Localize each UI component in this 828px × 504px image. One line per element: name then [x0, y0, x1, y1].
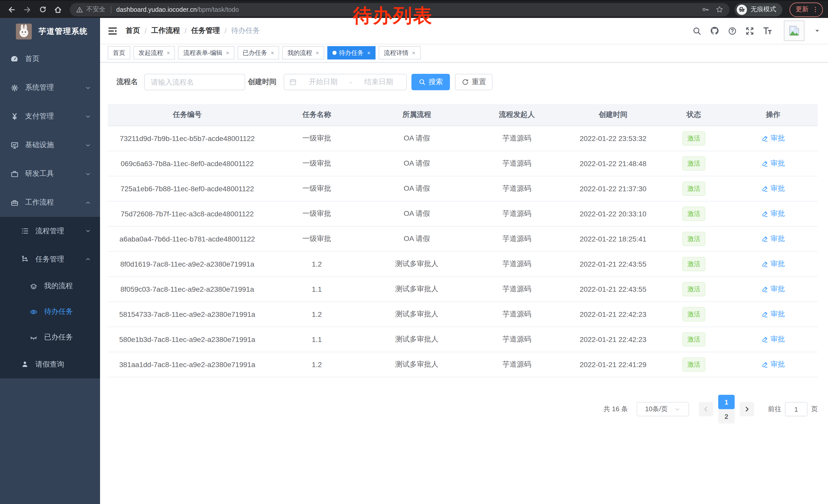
- approve-link[interactable]: 审批: [761, 209, 785, 218]
- tab[interactable]: 已办任务×: [238, 46, 279, 59]
- approve-link[interactable]: 审批: [761, 360, 785, 369]
- edit-icon: [761, 261, 769, 268]
- user-menu-caret-icon[interactable]: [814, 28, 820, 34]
- approve-link[interactable]: 审批: [761, 335, 785, 344]
- sidebar-item-label: 待办任务: [44, 307, 73, 316]
- fullscreen-icon[interactable]: [745, 27, 754, 35]
- screen: 不安全 dashboard.yudao.iocoder.cn /bpm/task…: [0, 0, 828, 504]
- home-icon: [54, 5, 62, 13]
- sidebar-item[interactable]: 已办任务: [0, 325, 100, 350]
- browser-forward-icon[interactable]: [20, 3, 34, 16]
- tab-close-icon[interactable]: ×: [271, 50, 274, 56]
- breadcrumb-item[interactable]: 工作流程: [151, 26, 180, 35]
- tab-active[interactable]: 待办任务×: [327, 46, 376, 59]
- goto-unit: 页: [811, 405, 818, 414]
- browser-update-button[interactable]: 更新: [790, 2, 823, 17]
- tab-close-icon[interactable]: ×: [316, 50, 319, 56]
- date-range-separator: -: [349, 78, 352, 86]
- github-icon[interactable]: [710, 26, 719, 35]
- sidebar-item-label: 任务管理: [35, 255, 64, 264]
- sidebar-item[interactable]: 系统管理: [0, 73, 100, 102]
- approve-link[interactable]: 审批: [761, 284, 785, 294]
- table-cell: 芋道源码: [467, 310, 567, 319]
- sidebar-collapse-icon[interactable]: [108, 26, 118, 36]
- tab-close-icon[interactable]: ×: [412, 50, 415, 56]
- chevron-up-icon: [85, 256, 91, 263]
- key-icon[interactable]: [702, 6, 709, 13]
- warning-icon: [76, 6, 83, 13]
- chevron-down-icon: [85, 84, 91, 91]
- approve-link[interactable]: 审批: [761, 159, 785, 168]
- approve-link[interactable]: 审批: [761, 260, 785, 269]
- page-number-active[interactable]: 1: [718, 395, 735, 409]
- table-cell: 2022-01-22 21:48:48: [567, 159, 659, 168]
- sidebar-item[interactable]: 首页: [0, 45, 100, 73]
- approve-label: 审批: [771, 159, 785, 168]
- sidebar-item[interactable]: 请假查询: [0, 350, 100, 378]
- tab[interactable]: 流程详情×: [379, 46, 420, 59]
- browser-back-icon[interactable]: [5, 3, 18, 16]
- bookmark-star-icon[interactable]: [716, 6, 723, 13]
- approve-link[interactable]: 审批: [761, 184, 785, 193]
- breadcrumb-item[interactable]: 任务管理: [191, 26, 220, 35]
- sidebar-item[interactable]: 流程管理: [0, 217, 100, 245]
- table-cell-status: 激活: [659, 332, 729, 347]
- search-button[interactable]: 搜索: [411, 74, 450, 90]
- sidebar-item[interactable]: 待办任务: [0, 299, 100, 325]
- approve-link[interactable]: 审批: [761, 134, 785, 143]
- approve-label: 审批: [771, 310, 785, 319]
- approve-link[interactable]: 审批: [761, 234, 785, 243]
- tab[interactable]: 我的流程×: [282, 46, 324, 59]
- sidebar-item[interactable]: 任务管理: [0, 245, 100, 273]
- table-cell: 一级审批: [267, 159, 367, 168]
- table-cell: 一级审批: [267, 209, 367, 218]
- sidebar-item-label: 基础设施: [25, 140, 54, 150]
- sidebar-logo[interactable]: 芋道管理系统: [0, 18, 100, 45]
- tab-close-icon[interactable]: ×: [367, 50, 371, 56]
- table-cell: 381aa1dd-7ac8-11ec-a9e2-a2380e71991a: [108, 360, 267, 369]
- sidebar-item[interactable]: 我的流程: [0, 273, 100, 299]
- sidebar-item[interactable]: 支付管理: [0, 102, 100, 131]
- help-icon[interactable]: [728, 27, 737, 35]
- table-cell: 2022-01-22 18:25:41: [567, 235, 659, 243]
- prev-page-button[interactable]: [699, 402, 713, 416]
- approve-link[interactable]: 审批: [761, 310, 785, 319]
- page-size-select[interactable]: 10条/页: [637, 402, 689, 416]
- browser-reload-icon[interactable]: [36, 3, 49, 16]
- page-number[interactable]: 2: [718, 409, 735, 423]
- font-size-icon[interactable]: [763, 26, 772, 35]
- browser-home-icon[interactable]: [51, 3, 65, 16]
- table-cell-status: 激活: [659, 182, 729, 196]
- tab-close-icon[interactable]: ×: [226, 50, 229, 56]
- table-row: 069c6a63-7b8a-11ec-8ef0-acde48001122一级审批…: [108, 151, 818, 176]
- reset-button[interactable]: 重置: [455, 74, 493, 90]
- process-name-input[interactable]: [144, 74, 245, 90]
- filter-form: 流程名 创建时间 开始日期 - 结束日期 搜索 重: [108, 74, 828, 90]
- table-cell: 58154733-7ac8-11ec-a9e2-a2380e71991a: [108, 310, 267, 318]
- sidebar-item[interactable]: 研发工具: [0, 159, 100, 188]
- incognito-badge: 无痕模式: [735, 3, 782, 16]
- breadcrumb-item[interactable]: 首页: [126, 26, 140, 35]
- tab[interactable]: 首页: [108, 46, 130, 59]
- monitor-icon: [10, 141, 18, 149]
- next-page-button[interactable]: [740, 402, 754, 416]
- sidebar-item-label: 系统管理: [25, 83, 54, 92]
- sidebar-item-label: 研发工具: [25, 169, 54, 178]
- browser-menu-dots-icon[interactable]: [812, 6, 819, 13]
- table-cell-status: 激活: [659, 131, 729, 146]
- url-domain: dashboard.yudao.iocoder.cn: [116, 6, 197, 13]
- search-icon[interactable]: [693, 27, 701, 35]
- date-range-picker[interactable]: 开始日期 - 结束日期: [284, 74, 407, 90]
- sidebar-item[interactable]: 基础设施: [0, 131, 100, 159]
- sidebar-item-label: 已办任务: [44, 333, 73, 342]
- sidebar-item-label: 流程管理: [35, 226, 64, 236]
- tab[interactable]: 流程表单-编辑×: [178, 46, 235, 59]
- eye-open-icon: [29, 308, 37, 316]
- tab-close-icon[interactable]: ×: [167, 50, 170, 56]
- avatar[interactable]: [784, 20, 804, 41]
- goto-page-input[interactable]: [785, 402, 808, 416]
- edit-icon: [761, 361, 769, 368]
- sidebar-item[interactable]: 工作流程: [0, 188, 100, 217]
- tab[interactable]: 发起流程×: [133, 46, 175, 59]
- status-badge: 激活: [682, 182, 705, 196]
